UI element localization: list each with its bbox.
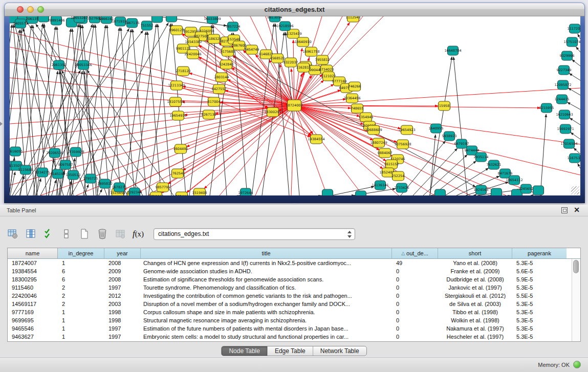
table-cell: 1997	[104, 325, 141, 332]
network-canvas[interactable]: 8960123891295518226058982750816543382990…	[10, 16, 580, 195]
collapsed-panel-arrow-icon[interactable]	[0, 122, 3, 126]
network-window-title: citations_edges.txt	[5, 6, 584, 13]
table-scrollbar[interactable]	[572, 259, 580, 341]
table-cell: 2	[58, 301, 104, 307]
delete-table-button[interactable]	[97, 228, 108, 239]
table-row[interactable]: 2242004622012Investigating the contribut…	[8, 292, 572, 300]
resize-grip-icon[interactable]	[571, 186, 579, 194]
table-cell: Wolkin et al. (1998)	[438, 317, 512, 323]
table-cell: Embryonic stem cells: a model to study s…	[141, 334, 392, 340]
node-label: 9884067	[378, 151, 393, 155]
table-cell: 5.9E-5	[512, 276, 567, 282]
node-label: 1619444	[149, 194, 164, 195]
table-row[interactable]: 977716911998Corpus callosum shape and si…	[8, 308, 572, 316]
citation-node-teal[interactable]	[152, 16, 163, 23]
citation-node-teal[interactable]	[533, 186, 544, 195]
column-header-pagerank[interactable]: pagerank	[512, 248, 567, 258]
table-cell: 6	[58, 268, 104, 274]
node-label: 2616055	[10, 149, 23, 154]
table-cell: Franke et al. (2009)	[438, 268, 512, 274]
table-cell: 5.5E-5	[512, 293, 567, 299]
column-header-year[interactable]: year	[104, 248, 141, 258]
memory-status-indicator[interactable]	[573, 361, 581, 368]
citation-node-teal[interactable]	[356, 191, 366, 195]
table-settings-button[interactable]	[7, 228, 18, 239]
table-cell: Stergiakouli et al. (2012)	[438, 293, 512, 299]
table-cell: 0	[392, 285, 438, 291]
node-label: 748655	[351, 106, 364, 111]
node-label: 1162815	[296, 65, 311, 70]
table-row[interactable]: 1830029562008Estimation of significance …	[8, 275, 572, 283]
column-header-out-degree[interactable]: △out_de...	[392, 248, 438, 258]
node-label: 1112543	[346, 16, 361, 19]
table-cell: 1	[58, 309, 104, 315]
table-cell: 2	[58, 285, 104, 291]
table-cell: 1998	[104, 317, 141, 323]
table-scrollbar-thumb[interactable]	[573, 260, 579, 273]
float-panel-icon[interactable]	[561, 207, 568, 213]
memory-status-label: Memory: OK	[538, 362, 570, 368]
network-window-titlebar[interactable]: citations_edges.txt	[5, 3, 584, 16]
node-label: 1467135	[125, 21, 140, 25]
column-header-name[interactable]: name	[8, 248, 58, 258]
node-label: 8960123	[169, 28, 184, 32]
node-label: 20891406	[48, 18, 64, 23]
table-row[interactable]: 1938455462009Genome-wide association stu…	[8, 267, 572, 275]
node-label: 763444	[176, 194, 188, 195]
table-cell: Estimation of significance thresholds fo…	[141, 276, 392, 282]
citation-node-teal[interactable]	[38, 16, 49, 22]
table-row[interactable]: 969969511998Structural magnetic resonanc…	[8, 316, 572, 324]
node-label: 1695810	[98, 182, 113, 186]
node-label: 14136141	[372, 183, 388, 187]
table-cell: Investigating the contribution of common…	[141, 293, 392, 299]
table-cell: Yano et al. (2008)	[438, 260, 512, 266]
column-header-title[interactable]: title	[141, 248, 392, 258]
node-label: 1115688	[18, 168, 33, 172]
new-table-button[interactable]	[79, 228, 90, 239]
table-row[interactable]: 946362711997Embryonic stem cells: a mode…	[8, 333, 572, 341]
node-label: 9227349	[557, 68, 572, 72]
table-row[interactable]: 1872400712008Changes of HCN gene express…	[8, 259, 572, 267]
tab-network-table[interactable]: Network Table	[313, 346, 366, 356]
select-rows-button[interactable]	[43, 228, 54, 239]
table-cell: Genome-wide association studies in ADHD.	[141, 268, 392, 274]
citation-node-teal[interactable]	[322, 189, 333, 195]
node-label: 6479197	[454, 142, 469, 146]
function-builder-button[interactable]: f(x)	[133, 228, 144, 239]
table-cell: 18300295	[8, 276, 58, 282]
citation-node-teal[interactable]	[435, 189, 446, 195]
node-label: 8813054	[268, 16, 282, 19]
select-columns-button[interactable]	[25, 228, 36, 239]
node-label: 19654923	[398, 128, 415, 132]
column-header-in-degree[interactable]: in_degree	[58, 248, 104, 258]
table-cell: 1	[58, 325, 104, 332]
node-label: 252254	[392, 174, 405, 178]
node-label: 15751074	[563, 40, 580, 44]
node-label: 16961758	[302, 50, 319, 54]
node-label: 1117204	[568, 27, 580, 31]
table-row[interactable]: 1456911722003Disruption of a novel membe…	[8, 300, 572, 308]
column-header-short[interactable]: short	[438, 248, 512, 258]
citation-node-teal[interactable]	[166, 16, 177, 22]
citation-network-graph[interactable]: 8960123891295518226058982750816543382990…	[10, 16, 580, 195]
tab-edge-table[interactable]: Edge Table	[268, 346, 313, 356]
network-table-selector[interactable]: citations_edges.txt	[154, 228, 355, 240]
table-cell: 5.6E-5	[512, 268, 567, 274]
row-height-button[interactable]	[61, 228, 72, 239]
table-row[interactable]: 946554611997Estimation of the future num…	[8, 324, 572, 333]
table-cell: 0	[392, 293, 438, 299]
node-label: 9474444	[465, 148, 480, 152]
node-label: 12095872	[554, 83, 571, 87]
table-row[interactable]: 911546021997Tourette syndrome. Phenomeno…	[8, 283, 572, 292]
node-label: 746266	[349, 84, 361, 89]
table-cell: 5.3E-5	[512, 317, 567, 323]
table-cell: 2003	[104, 301, 141, 307]
node-label: 7955812	[315, 58, 330, 62]
citation-node-teal[interactable]	[491, 188, 502, 195]
table-cell: 19384554	[8, 268, 58, 274]
node-label: 817004	[208, 100, 221, 104]
tab-node-table[interactable]: Node Table	[222, 346, 268, 356]
table-cell: 49	[392, 260, 438, 266]
node-label: 9777169	[332, 79, 347, 83]
close-panel-icon[interactable]: ✕	[574, 206, 580, 213]
